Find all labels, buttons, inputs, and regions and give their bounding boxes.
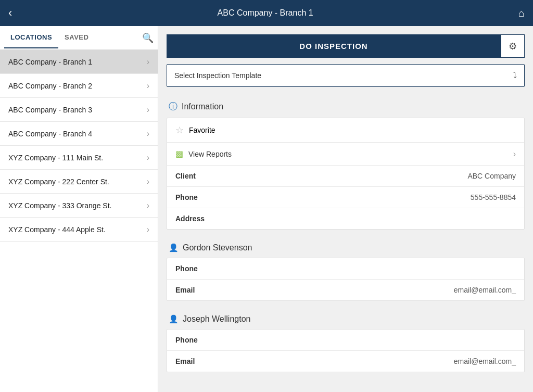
inspection-btn-row: DO INSPECTION ⚙ — [167, 34, 525, 58]
sidebar-item-xyz4[interactable]: XYZ Company - 444 Apple St. › — [0, 218, 158, 242]
chevron-right-icon: › — [147, 129, 149, 138]
home-button[interactable]: ⌂ — [518, 7, 525, 19]
contact2-phone-row: Phone — [167, 330, 524, 351]
contact1-header: 👤 Gordon Stevenson — [167, 238, 525, 258]
settings-button[interactable]: ⚙ — [501, 34, 525, 58]
sidebar-item-label: ABC Company - Branch 1 — [8, 58, 92, 66]
content-area: DO INSPECTION ⚙ Select Inspection Templa… — [158, 26, 533, 392]
view-reports-label: View Reports — [188, 150, 232, 158]
contact2-card: Phone Email email@email.com_ — [167, 329, 525, 372]
sidebar-item-xyz3[interactable]: XYZ Company - 333 Orange St. › — [0, 194, 158, 218]
sidebar-item-label: XYZ Company - 444 Apple St. — [8, 225, 106, 234]
contact2-header: 👤 Joseph Wellington — [167, 309, 525, 329]
sidebar-item-xyz2[interactable]: XYZ Company - 222 Center St. › — [0, 170, 158, 194]
sidebar-item-branch4[interactable]: ABC Company - Branch 4 › — [0, 122, 158, 146]
template-select[interactable]: Select Inspection Template ⤵ — [167, 64, 525, 87]
main-layout: LOCATIONS SAVED 🔍 ABC Company - Branch 1… — [0, 26, 533, 392]
chevron-right-icon: › — [147, 177, 149, 186]
home-icon: ⌂ — [518, 7, 525, 19]
sidebar-item-label: XYZ Company - 111 Main St. — [8, 154, 103, 162]
contact1-phone-label: Phone — [175, 264, 238, 273]
address-label: Address — [175, 214, 238, 223]
contact2-email-label: Email — [175, 357, 238, 365]
phone-row: Phone 555-555-8854 — [167, 187, 524, 208]
sidebar-item-xyz1[interactable]: XYZ Company - 111 Main St. › — [0, 146, 158, 170]
chevron-down-icon: ⤵ — [513, 71, 517, 80]
top-header: ‹ ABC Company - Branch 1 ⌂ — [0, 0, 533, 26]
phone-label: Phone — [175, 193, 238, 201]
sidebar: LOCATIONS SAVED 🔍 ABC Company - Branch 1… — [0, 26, 158, 392]
do-inspection-button[interactable]: DO INSPECTION — [167, 34, 501, 58]
contact1-name: Gordon Stevenson — [183, 243, 252, 252]
contact1-email-value: email@email.com_ — [454, 286, 516, 294]
information-card: ☆ Favorite ▩ View Reports › Client ABC C… — [167, 118, 525, 230]
address-row: Address — [167, 208, 524, 229]
view-reports-left: ▩ View Reports — [175, 149, 232, 159]
contact2-email-value: email@email.com_ — [454, 357, 516, 365]
chevron-right-icon: › — [513, 149, 516, 159]
back-icon: ‹ — [8, 6, 12, 20]
sidebar-item-branch2[interactable]: ABC Company - Branch 2 › — [0, 74, 158, 98]
view-reports-row[interactable]: ▩ View Reports › — [167, 143, 524, 166]
sidebar-item-label: ABC Company - Branch 3 — [8, 106, 92, 114]
sidebar-list: ABC Company - Branch 1 › ABC Company - B… — [0, 50, 158, 392]
information-title: Information — [182, 102, 223, 111]
contact2-section: 👤 Joseph Wellington Phone Email email@em… — [167, 309, 525, 372]
client-row: Client ABC Company — [167, 166, 524, 187]
contact1-phone-row: Phone — [167, 258, 524, 280]
phone-value: 555-555-8854 — [471, 193, 516, 201]
tab-locations[interactable]: LOCATIONS — [4, 27, 58, 48]
contact1-card: Phone Email email@email.com_ — [167, 258, 525, 301]
sidebar-item-label: XYZ Company - 333 Orange St. — [8, 201, 111, 210]
sidebar-item-branch3[interactable]: ABC Company - Branch 3 › — [0, 98, 158, 122]
chevron-right-icon: › — [147, 57, 149, 67]
favorite-row[interactable]: ☆ Favorite — [167, 118, 524, 143]
settings-icon: ⚙ — [509, 41, 517, 52]
chevron-right-icon: › — [147, 225, 149, 234]
sidebar-item-label: ABC Company - Branch 4 — [8, 130, 92, 138]
sidebar-item-branch1[interactable]: ABC Company - Branch 1 › — [0, 50, 158, 74]
contact2-email-row: Email email@email.com_ — [167, 351, 524, 372]
person2-icon: 👤 — [169, 314, 179, 324]
client-label: Client — [175, 172, 238, 180]
chevron-right-icon: › — [147, 201, 149, 210]
template-placeholder: Select Inspection Template — [174, 71, 261, 80]
favorite-label: Favorite — [189, 126, 215, 134]
tab-saved[interactable]: SAVED — [58, 27, 95, 48]
sidebar-item-label: XYZ Company - 222 Center St. — [8, 178, 109, 186]
header-title: ABC Company - Branch 1 — [218, 8, 313, 18]
chevron-right-icon: › — [147, 105, 149, 115]
info-icon: ⓘ — [169, 100, 177, 112]
chevron-right-icon: › — [147, 81, 149, 91]
contact2-phone-label: Phone — [175, 336, 238, 344]
information-header: ⓘ Information — [167, 95, 525, 118]
contact2-name: Joseph Wellington — [183, 314, 250, 324]
reports-chart-icon: ▩ — [175, 149, 183, 159]
back-button[interactable]: ‹ — [8, 6, 12, 20]
search-button[interactable]: 🔍 — [142, 32, 154, 44]
contact1-email-row: Email email@email.com_ — [167, 280, 524, 300]
sidebar-tabs: LOCATIONS SAVED 🔍 — [0, 26, 158, 50]
contact1-section: 👤 Gordon Stevenson Phone Email email@ema… — [167, 238, 525, 301]
information-section: ⓘ Information ☆ Favorite ▩ View Reports … — [167, 95, 525, 230]
client-value: ABC Company — [467, 172, 516, 180]
chevron-right-icon: › — [147, 153, 149, 162]
person1-icon: 👤 — [169, 243, 179, 252]
favorite-star-icon: ☆ — [175, 124, 184, 136]
sidebar-item-label: ABC Company - Branch 2 — [8, 82, 92, 90]
contact1-email-label: Email — [175, 286, 238, 294]
